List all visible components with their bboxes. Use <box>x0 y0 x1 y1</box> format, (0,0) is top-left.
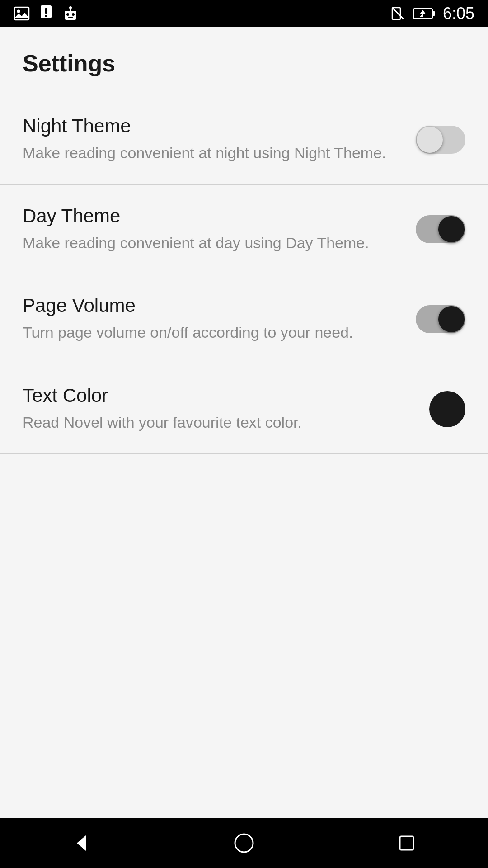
page-volume-text: Page Volume Turn page volume on/off acco… <box>23 295 416 344</box>
day-theme-text: Day Theme Make reading convenient at day… <box>23 205 416 254</box>
svg-rect-8 <box>68 17 73 18</box>
page-volume-toggle[interactable] <box>416 305 465 333</box>
night-theme-desc: Make reading convenient at night using N… <box>23 142 398 164</box>
nav-back-button[interactable] <box>54 825 108 861</box>
back-icon <box>70 832 93 854</box>
status-bar: 6:05 <box>0 0 488 27</box>
svg-rect-3 <box>45 8 47 14</box>
sim-off-icon <box>390 6 406 21</box>
svg-point-6 <box>66 13 69 16</box>
nav-home-button[interactable] <box>217 825 271 861</box>
night-theme-title: Night Theme <box>23 115 398 137</box>
recents-icon <box>395 832 418 854</box>
svg-rect-16 <box>400 836 413 850</box>
battery-icon <box>413 7 436 20</box>
page-volume-desc: Turn page volume on/off according to you… <box>23 322 398 344</box>
svg-point-15 <box>235 834 253 852</box>
day-theme-title: Day Theme <box>23 205 398 227</box>
svg-point-10 <box>69 6 72 9</box>
nav-bar <box>0 818 488 868</box>
main-content: Settings Night Theme Make reading conven… <box>0 27 488 818</box>
text-color-desc: Read Novel with your favourite text colo… <box>23 412 411 434</box>
page-volume-toggle-knob <box>438 306 465 332</box>
settings-item-page-volume[interactable]: Page Volume Turn page volume on/off acco… <box>0 274 488 364</box>
image-icon <box>14 5 30 22</box>
svg-point-1 <box>17 10 20 13</box>
page-volume-title: Page Volume <box>23 295 398 316</box>
night-theme-toggle-knob <box>417 127 443 153</box>
robot-icon <box>62 5 79 22</box>
night-theme-text: Night Theme Make reading convenient at n… <box>23 115 416 164</box>
home-icon <box>233 832 255 854</box>
svg-marker-14 <box>77 835 86 851</box>
status-bar-right-icons: 6:05 <box>390 4 474 23</box>
text-color-button[interactable] <box>429 391 465 427</box>
settings-item-night-theme[interactable]: Night Theme Make reading convenient at n… <box>0 95 488 185</box>
text-color-text: Text Color Read Novel with your favourit… <box>23 385 429 434</box>
night-theme-toggle[interactable] <box>416 126 465 154</box>
text-color-title: Text Color <box>23 385 411 406</box>
status-time: 6:05 <box>443 4 474 23</box>
status-bar-left-icons <box>14 5 79 22</box>
svg-rect-5 <box>65 11 76 20</box>
alert-icon <box>39 5 53 22</box>
nav-recents-button[interactable] <box>380 825 434 861</box>
settings-item-text-color[interactable]: Text Color Read Novel with your favourit… <box>0 364 488 454</box>
page-title: Settings <box>0 27 488 95</box>
settings-item-day-theme[interactable]: Day Theme Make reading convenient at day… <box>0 185 488 275</box>
svg-point-7 <box>72 13 75 16</box>
svg-rect-13 <box>432 11 435 16</box>
settings-list: Night Theme Make reading convenient at n… <box>0 95 488 454</box>
day-theme-desc: Make reading convenient at day using Day… <box>23 232 398 254</box>
svg-rect-4 <box>45 15 47 17</box>
day-theme-toggle[interactable] <box>416 215 465 243</box>
day-theme-toggle-knob <box>438 216 465 242</box>
